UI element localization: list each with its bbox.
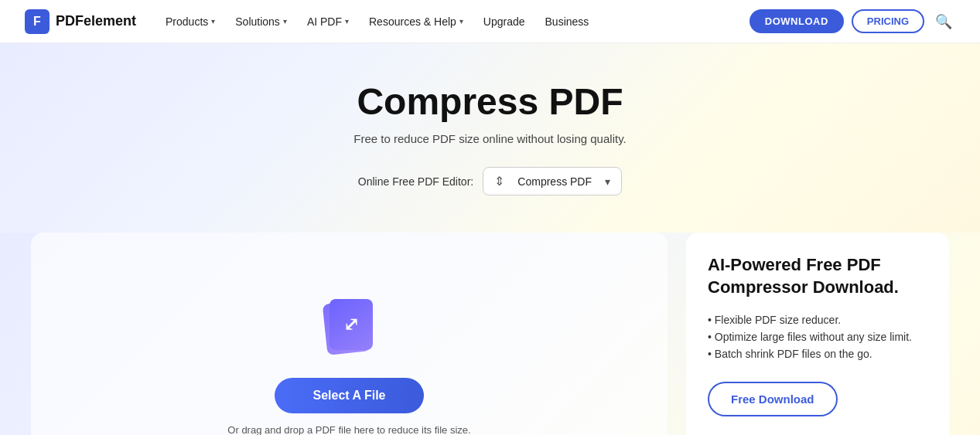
download-button[interactable]: DOWNLOAD bbox=[750, 9, 844, 33]
dropdown-value: Compress PDF bbox=[517, 175, 592, 188]
editor-label: Online Free PDF Editor: bbox=[358, 175, 473, 188]
main-content: ⤢ Select A File Or drag and drop a PDF f… bbox=[0, 233, 980, 435]
compress-arrows-icon: ⤢ bbox=[343, 314, 359, 335]
nav-item-upgrade[interactable]: Upgrade bbox=[476, 11, 533, 32]
resources-chevron-icon: ▾ bbox=[459, 17, 463, 25]
nav-item-resources[interactable]: Resources & Help ▾ bbox=[361, 11, 471, 32]
navbar: F PDFelement Products ▾ Solutions ▾ AI P… bbox=[0, 0, 980, 43]
logo-icon: F bbox=[25, 9, 50, 34]
dropdown-chevron-icon: ▾ bbox=[605, 175, 610, 188]
promo-feature-3: • Batch shrink PDF files on the go. bbox=[708, 348, 927, 360]
hero-section: Compress PDF Free to reduce PDF size onl… bbox=[0, 43, 980, 233]
search-button[interactable]: 🔍 bbox=[932, 10, 955, 33]
select-file-button[interactable]: Select A File bbox=[275, 378, 425, 413]
page-title: Compress PDF bbox=[15, 80, 965, 123]
products-chevron-icon: ▾ bbox=[211, 17, 215, 25]
nav-item-products[interactable]: Products ▾ bbox=[158, 11, 223, 32]
promo-title: AI-Powered Free PDF Compressor Download. bbox=[708, 254, 927, 298]
promo-panel: AI-Powered Free PDF Compressor Download.… bbox=[686, 233, 949, 435]
nav-links: Products ▾ Solutions ▾ AI PDF ▾ Resource… bbox=[158, 11, 750, 32]
upload-panel: ⤢ Select A File Or drag and drop a PDF f… bbox=[31, 233, 668, 435]
logo-link[interactable]: F PDFelement bbox=[25, 9, 136, 34]
nav-item-business[interactable]: Business bbox=[538, 11, 597, 32]
nav-item-aipdf[interactable]: AI PDF ▾ bbox=[299, 11, 357, 32]
nav-actions: DOWNLOAD PRICING 🔍 bbox=[750, 9, 955, 33]
promo-feature-2: • Optimize large files without any size … bbox=[708, 331, 927, 343]
compress-icon: ⇕ bbox=[494, 174, 504, 189]
drag-drop-text: Or drag and drop a PDF file here to redu… bbox=[227, 424, 470, 435]
free-download-button[interactable]: Free Download bbox=[708, 382, 838, 416]
search-icon: 🔍 bbox=[935, 14, 952, 29]
pdf-icon-wrapper: ⤢ bbox=[319, 297, 381, 359]
hero-subtitle: Free to reduce PDF size online without l… bbox=[15, 132, 965, 145]
nav-item-solutions[interactable]: Solutions ▾ bbox=[227, 11, 295, 32]
promo-feature-1: • Flexible PDF size reducer. bbox=[708, 314, 927, 326]
solutions-chevron-icon: ▾ bbox=[283, 17, 287, 25]
logo-text: PDFelement bbox=[56, 13, 136, 29]
pricing-button[interactable]: PRICING bbox=[852, 9, 924, 33]
editor-dropdown[interactable]: ⇕ Compress PDF ▾ bbox=[483, 167, 622, 195]
promo-features-list: • Flexible PDF size reducer. • Optimize … bbox=[708, 314, 927, 360]
aipdf-chevron-icon: ▾ bbox=[345, 17, 349, 25]
editor-row: Online Free PDF Editor: ⇕ Compress PDF ▾ bbox=[15, 167, 965, 195]
